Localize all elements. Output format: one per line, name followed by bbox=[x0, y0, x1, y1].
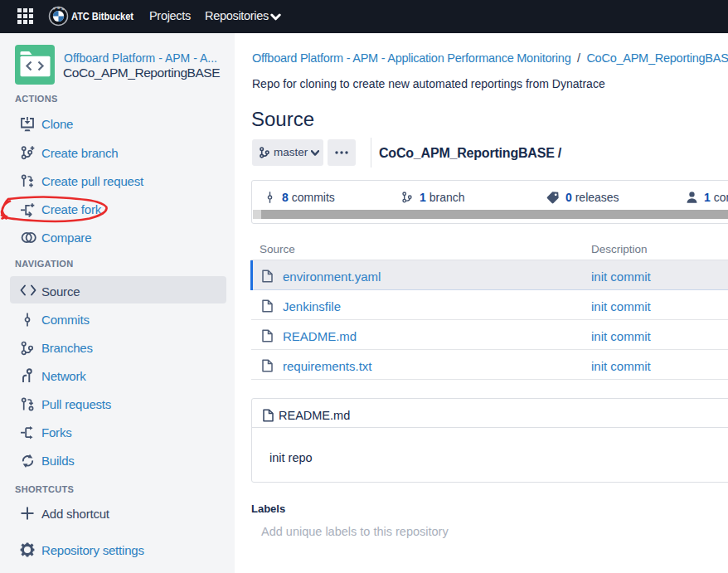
svg-text:M: M bbox=[57, 7, 60, 10]
